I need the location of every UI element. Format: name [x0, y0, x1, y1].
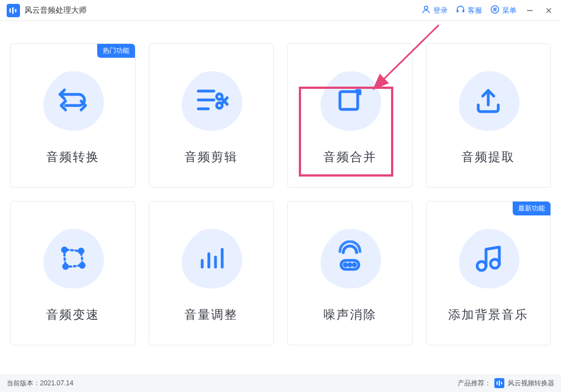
card-label: 音频剪辑: [184, 149, 238, 165]
extract-icon: [449, 66, 527, 135]
svg-rect-34: [499, 380, 500, 386]
badge-new: 最新功能: [513, 202, 550, 215]
merge-icon: [311, 66, 389, 135]
svg-rect-18: [340, 92, 358, 109]
close-button[interactable]: [543, 5, 554, 16]
service-label: 客服: [468, 6, 482, 16]
card-noise-remove[interactable]: 噪声消除: [287, 201, 413, 345]
svg-rect-0: [9, 8, 11, 13]
card-label: 音频合并: [323, 149, 377, 165]
user-icon: [421, 4, 431, 16]
version-value: 2021.07.14: [40, 379, 73, 387]
login-label: 登录: [433, 6, 448, 16]
card-label: 音频转换: [46, 149, 99, 165]
svg-point-30: [353, 264, 355, 266]
svg-rect-35: [501, 382, 502, 384]
version-label: 当前版本：: [7, 379, 40, 388]
convert-icon: [34, 66, 112, 135]
menu-label: 菜单: [502, 6, 517, 16]
svg-rect-2: [15, 9, 17, 12]
recommend-logo-icon: [494, 378, 504, 388]
card-audio-extract[interactable]: 音频提取: [426, 43, 552, 188]
card-label: 噪声消除: [323, 306, 377, 323]
menu-button[interactable]: 菜单: [490, 4, 517, 16]
svg-rect-33: [497, 381, 498, 385]
footer: 当前版本： 2021.07.14 产品推荐： 风云视频转换器: [0, 374, 561, 392]
card-label: 音频变速: [46, 306, 99, 323]
card-add-bgmusic[interactable]: 最新功能 添加背景音乐: [426, 201, 552, 345]
svg-rect-1: [12, 7, 14, 14]
noise-icon: [311, 224, 389, 293]
titlebar: 风云音频处理大师 登录 客服 菜单: [0, 0, 561, 21]
card-label: 音频提取: [462, 149, 515, 165]
recommend-product[interactable]: 风云视频转换器: [508, 379, 554, 388]
card-audio-convert[interactable]: 热门功能 音频转换: [10, 43, 136, 188]
card-audio-merge[interactable]: 音频合并: [287, 43, 413, 188]
main-grid: 热门功能 音频转换 音频: [0, 21, 561, 345]
app-title: 风云音频处理大师: [24, 6, 87, 16]
recommend-label: 产品推荐：: [458, 379, 491, 388]
service-button[interactable]: 客服: [455, 4, 482, 16]
svg-point-29: [349, 264, 351, 266]
card-audio-speed[interactable]: 音频变速: [10, 201, 136, 345]
card-label: 音量调整: [184, 306, 238, 323]
card-audio-cut[interactable]: 音频剪辑: [149, 43, 274, 188]
login-button[interactable]: 登录: [421, 4, 448, 16]
svg-point-28: [344, 264, 347, 266]
badge-hot: 热门功能: [97, 44, 135, 58]
headset-icon: [455, 4, 465, 16]
menu-icon: [490, 4, 500, 16]
speed-icon: [34, 224, 112, 293]
titlebar-right: 登录 客服 菜单: [421, 4, 554, 16]
app-logo-icon: [7, 4, 20, 17]
volume-icon: [172, 224, 250, 293]
music-icon: [449, 224, 527, 293]
svg-point-3: [424, 6, 428, 9]
footer-right: 产品推荐： 风云视频转换器: [458, 378, 554, 388]
cut-icon: [172, 66, 250, 135]
card-volume-adjust[interactable]: 音量调整: [149, 201, 274, 345]
minimize-button[interactable]: [524, 5, 535, 16]
card-label: 添加背景音乐: [448, 306, 528, 323]
